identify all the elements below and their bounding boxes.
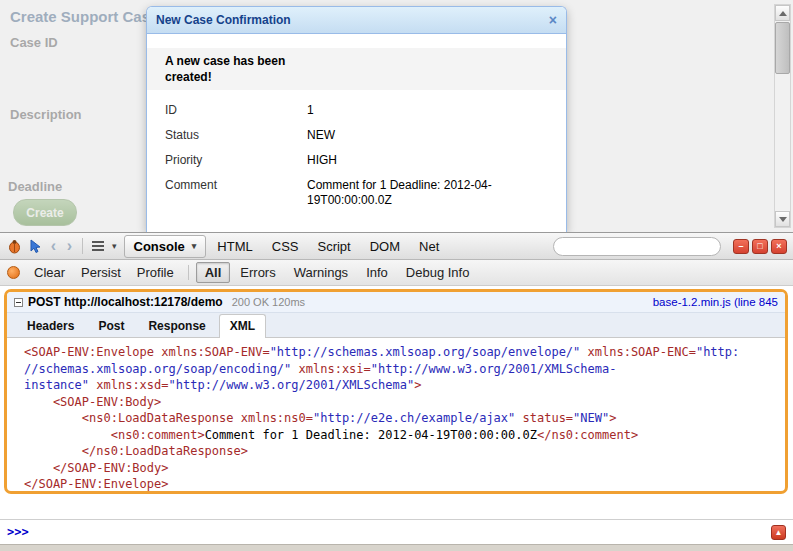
dialog-body: A new case has been created! ID 1 Status…: [147, 34, 566, 213]
scroll-up-button[interactable]: [775, 5, 790, 21]
console-search[interactable]: [553, 237, 721, 256]
scrollbar-thumb[interactable]: [775, 22, 790, 74]
tab-console-label: Console: [134, 239, 185, 254]
dialog-row-value: 1: [307, 103, 517, 118]
console-filter-toolbar: Clear Persist Profile All Errors Warning…: [0, 260, 793, 286]
break-on-errors-icon[interactable]: [7, 266, 20, 279]
dialog-row-value: HIGH: [307, 153, 517, 168]
command-input[interactable]: [35, 525, 765, 539]
dialog-row-value: Comment for 1 Deadline: 2012-04-19T00:00…: [307, 178, 517, 208]
firebug-bug-icon[interactable]: [5, 237, 23, 255]
firebug-panel: ‹ › ▾ Console ▾ HTML CSS Script DOM Net …: [0, 232, 793, 551]
xml-line: </SOAP-ENV:Body>: [24, 460, 781, 477]
arrow-down-icon: [779, 217, 787, 222]
profile-button[interactable]: Profile: [130, 263, 181, 282]
firebug-main-toolbar: ‹ › ▾ Console ▾ HTML CSS Script DOM Net …: [0, 233, 793, 260]
tab-console[interactable]: Console ▾: [124, 235, 207, 258]
filter-info[interactable]: Info: [358, 263, 396, 282]
persist-button[interactable]: Persist: [74, 263, 128, 282]
tab-response[interactable]: Response: [137, 314, 216, 337]
minimize-firebug-icon[interactable]: –: [733, 239, 749, 254]
firebug-menu-icon[interactable]: [89, 237, 107, 255]
dialog-row-label: Comment: [165, 178, 307, 208]
collapse-toggle-icon[interactable]: [14, 298, 23, 307]
window-bottom-strip: [0, 544, 793, 551]
request-detail-tabs: Headers Post Response XML: [7, 313, 785, 338]
xml-line: </ns0:LoadDataResponse>: [24, 443, 781, 460]
request-status: 200 OK 120ms: [232, 296, 305, 308]
back-icon[interactable]: ‹: [47, 237, 60, 255]
forward-icon[interactable]: ›: [63, 237, 76, 255]
clear-button[interactable]: Clear: [27, 263, 72, 282]
tab-css[interactable]: CSS: [264, 236, 307, 257]
tab-dom[interactable]: DOM: [362, 236, 408, 257]
command-editor-toggle-icon[interactable]: ▲: [771, 525, 786, 540]
xml-line: <ns0:LoadDataResponse xmlns:ns0="http://…: [24, 410, 781, 427]
request-method-url: POST http://localhost:12178/demo: [28, 295, 223, 309]
tab-script[interactable]: Script: [309, 236, 358, 257]
dialog-row-label: ID: [165, 103, 307, 118]
browser-page: Create Support Case Case ID Description …: [0, 0, 793, 232]
new-case-dialog: New Case Confirmation × A new case has b…: [146, 6, 567, 232]
xml-view: <SOAP-ENV:Envelope xmlns:SOAP-ENV="http:…: [7, 338, 785, 493]
menu-caret-icon[interactable]: ▾: [112, 241, 117, 251]
xml-line: <ns0:comment>Comment for 1 Deadline: 201…: [24, 427, 781, 444]
dialog-title: New Case Confirmation: [156, 13, 291, 27]
dialog-header: New Case Confirmation ×: [147, 7, 566, 34]
xml-line: <SOAP-ENV:Body>: [24, 394, 781, 411]
filter-errors[interactable]: Errors: [232, 263, 283, 282]
dialog-row-value: NEW: [307, 128, 517, 143]
command-line[interactable]: >>> ▲: [0, 519, 793, 544]
filter-all[interactable]: All: [196, 262, 231, 283]
tab-xml[interactable]: XML: [219, 314, 266, 338]
xml-line: </SOAP-ENV:Envelope>: [24, 476, 781, 493]
console-dropdown-caret-icon: ▾: [192, 241, 197, 251]
arrow-up-icon: [779, 11, 787, 16]
console-log-area: POST http://localhost:12178/demo 200 OK …: [0, 286, 793, 519]
inspect-element-icon[interactable]: [26, 237, 44, 255]
command-prompt: >>>: [7, 525, 29, 539]
console-search-input[interactable]: [565, 239, 720, 253]
dialog-row-priority: Priority HIGH: [147, 148, 566, 173]
xml-line: <SOAP-ENV:Envelope xmlns:SOAP-ENV="http:…: [24, 344, 781, 361]
filterbar-separator: [188, 265, 189, 280]
close-firebug-icon[interactable]: ×: [771, 239, 787, 254]
network-request-entry: POST http://localhost:12178/demo 200 OK …: [4, 289, 788, 494]
page-scrollbar[interactable]: [774, 4, 791, 228]
tab-post[interactable]: Post: [87, 314, 135, 337]
tab-headers[interactable]: Headers: [16, 314, 85, 337]
toolbar-separator: [82, 238, 83, 254]
filter-warnings[interactable]: Warnings: [286, 263, 356, 282]
app-window: Create Support Case Case ID Description …: [0, 0, 793, 551]
dialog-row-comment: Comment Comment for 1 Deadline: 2012-04-…: [147, 173, 566, 213]
window-controls: – □ ×: [733, 239, 787, 254]
dialog-row-label: Status: [165, 128, 307, 143]
dialog-message-band: A new case has been created!: [147, 48, 566, 90]
dialog-row-status: Status NEW: [147, 123, 566, 148]
request-source-link[interactable]: base-1.2.min.js (line 845: [653, 296, 778, 308]
dialog-row-id: ID 1: [147, 98, 566, 123]
dialog-close-icon[interactable]: ×: [549, 13, 557, 27]
tab-html[interactable]: HTML: [209, 236, 260, 257]
scroll-down-button[interactable]: [775, 211, 790, 227]
tab-net[interactable]: Net: [411, 236, 447, 257]
xml-line: //schemas.xmlsoap.org/soap/encoding/" xm…: [24, 361, 781, 378]
request-header-row[interactable]: POST http://localhost:12178/demo 200 OK …: [7, 292, 785, 313]
filter-debug-info[interactable]: Debug Info: [398, 263, 478, 282]
detach-firebug-icon[interactable]: □: [752, 239, 768, 254]
xml-line: instance" xmlns:xsd="http://www.w3.org/2…: [24, 377, 781, 394]
dialog-row-label: Priority: [165, 153, 307, 168]
dialog-message: A new case has been created!: [165, 53, 325, 85]
